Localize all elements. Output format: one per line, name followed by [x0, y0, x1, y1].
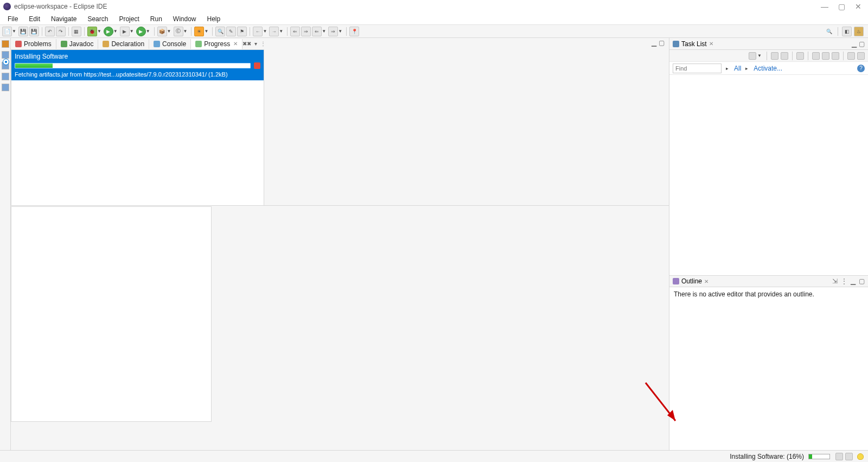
debug-button[interactable]: 🐞: [87, 27, 97, 36]
maximize-icon[interactable]: ▢: [859, 40, 865, 48]
dropdown-arrow-icon[interactable]: ▼: [204, 29, 208, 34]
menu-run[interactable]: Run: [145, 14, 168, 24]
outline-menu-icon[interactable]: ⋮: [841, 277, 847, 285]
task-button[interactable]: ⚑: [237, 27, 247, 36]
close-tab-icon[interactable]: ✕: [233, 41, 238, 47]
all-link[interactable]: All: [734, 65, 741, 72]
close-tasklist-icon[interactable]: ✕: [709, 41, 713, 47]
status-icon-2[interactable]: [845, 453, 853, 460]
view-menu-icon[interactable]: ▾: [254, 41, 257, 47]
other-icon2[interactable]: [2, 84, 9, 91]
nav-button[interactable]: ⇒: [328, 27, 338, 36]
status-job-text[interactable]: Installing Software: (16%): [730, 453, 804, 460]
close-button[interactable]: ✕: [855, 2, 861, 11]
navigator-icon[interactable]: [2, 51, 9, 59]
triangle-icon[interactable]: ▸: [745, 66, 748, 71]
dropdown-arrow-icon[interactable]: ▼: [183, 29, 188, 34]
remove-all-icon[interactable]: ✖✖: [242, 41, 251, 47]
pin-button[interactable]: 📍: [349, 27, 359, 36]
maximize-button[interactable]: ▢: [838, 2, 845, 11]
search-button[interactable]: 🔍: [215, 27, 225, 36]
menu-help[interactable]: Help: [202, 14, 226, 24]
open-type-button[interactable]: ☀: [194, 27, 204, 36]
focus-icon[interactable]: [796, 52, 804, 60]
forward-button[interactable]: →: [269, 27, 279, 36]
menu-navigate[interactable]: Navigate: [46, 14, 82, 24]
tab-declaration[interactable]: Declaration: [98, 39, 149, 49]
run-button[interactable]: ▶: [104, 27, 113, 36]
annotation-button[interactable]: ✎: [226, 27, 236, 36]
view-menu2-icon[interactable]: ⋮: [260, 41, 266, 47]
run-last-button[interactable]: ▶: [136, 27, 146, 36]
close-outline-icon[interactable]: ✕: [704, 279, 709, 284]
minimize-icon[interactable]: ▁: [851, 277, 856, 285]
java-perspective-button[interactable]: ♨: [854, 27, 864, 36]
status-progress-bar[interactable]: [808, 454, 830, 459]
minimize-icon[interactable]: ▁: [652, 39, 656, 47]
dropdown-arrow-icon[interactable]: ▼: [97, 29, 101, 34]
menu-edit[interactable]: Edit: [23, 14, 46, 24]
window-title: eclipse-workspace - Eclipse IDE: [14, 3, 821, 10]
tab-progress[interactable]: Progress✕: [191, 39, 242, 49]
maximize-icon[interactable]: ▢: [859, 277, 865, 285]
new-java-button[interactable]: 📦: [157, 27, 167, 36]
help-icon[interactable]: ?: [857, 65, 865, 72]
dropdown-arrow-icon[interactable]: ▼: [12, 29, 16, 34]
dropdown-arrow-icon[interactable]: ▼: [757, 53, 762, 58]
menu-search[interactable]: Search: [82, 14, 113, 24]
focus-outline-icon[interactable]: ⇲: [832, 277, 838, 285]
view-menu-icon[interactable]: [857, 52, 865, 60]
package-explorer-icon[interactable]: [2, 40, 9, 48]
other-icon[interactable]: [2, 73, 9, 80]
hide-completed-icon[interactable]: [847, 52, 855, 60]
dropdown-arrow-icon[interactable]: ▼: [322, 29, 326, 34]
save-all-button[interactable]: 💾: [29, 27, 39, 36]
dropdown-arrow-icon[interactable]: ▼: [130, 29, 134, 34]
progress-job-item[interactable]: Installing Software Fetching artifacts.j…: [11, 50, 264, 80]
back-button[interactable]: ←: [253, 27, 263, 36]
outline-empty-text: There is no active editor that provides …: [674, 290, 814, 298]
undo-button[interactable]: ↶: [45, 27, 55, 36]
tool-button[interactable]: ▦: [72, 27, 81, 36]
synchronize-icon[interactable]: [822, 52, 829, 60]
minimize-button[interactable]: —: [821, 2, 828, 11]
schedule-icon[interactable]: [781, 52, 788, 60]
dropdown-arrow-icon[interactable]: ▼: [279, 29, 283, 34]
new-button[interactable]: 📄: [2, 27, 12, 36]
open-perspective-button[interactable]: ◧: [842, 27, 852, 36]
status-icon-1[interactable]: [835, 453, 843, 460]
tab-problems[interactable]: Problems: [11, 39, 56, 49]
quick-access-icon[interactable]: 🔍: [824, 27, 834, 36]
coverage-button[interactable]: ▶: [120, 27, 130, 36]
new-task-icon[interactable]: [749, 52, 756, 60]
activate-link[interactable]: Activate...: [754, 65, 782, 72]
categorize-icon[interactable]: [771, 52, 778, 60]
redo-button[interactable]: ↷: [56, 27, 66, 36]
new-class-button[interactable]: Ⓒ: [174, 27, 183, 36]
dropdown-arrow-icon[interactable]: ▼: [113, 29, 118, 34]
dropdown-arrow-icon[interactable]: ▼: [146, 29, 150, 34]
dropdown-arrow-icon[interactable]: ▼: [167, 29, 171, 34]
menu-project[interactable]: Project: [113, 14, 144, 24]
triangle-icon[interactable]: ▸: [726, 66, 729, 71]
task-find-input[interactable]: [673, 64, 722, 73]
dropdown-arrow-icon[interactable]: ▼: [263, 29, 267, 34]
nav-button[interactable]: ⇐: [312, 27, 322, 36]
maximize-icon[interactable]: ▢: [659, 39, 665, 47]
filter-icon[interactable]: [832, 52, 839, 60]
editor-area: ▁ ▢: [264, 50, 669, 206]
minimize-icon[interactable]: ▁: [852, 40, 857, 48]
menu-file[interactable]: File: [2, 14, 23, 24]
tip-bulb-icon[interactable]: [857, 453, 864, 460]
menu-window[interactable]: Window: [168, 14, 202, 24]
nav-down-button[interactable]: ⇒: [301, 27, 311, 36]
tab-javadoc[interactable]: Javadoc: [56, 39, 99, 49]
statusbar: Installing Software: (16%): [0, 450, 868, 462]
collapse-icon[interactable]: [812, 52, 820, 60]
stop-job-button[interactable]: [254, 62, 260, 69]
nav-up-button[interactable]: ⇐: [290, 27, 300, 36]
window-controls: — ▢ ✕: [821, 2, 861, 11]
save-button[interactable]: 💾: [18, 27, 28, 36]
dropdown-arrow-icon[interactable]: ▼: [338, 29, 342, 34]
tab-console[interactable]: Console: [149, 39, 191, 49]
